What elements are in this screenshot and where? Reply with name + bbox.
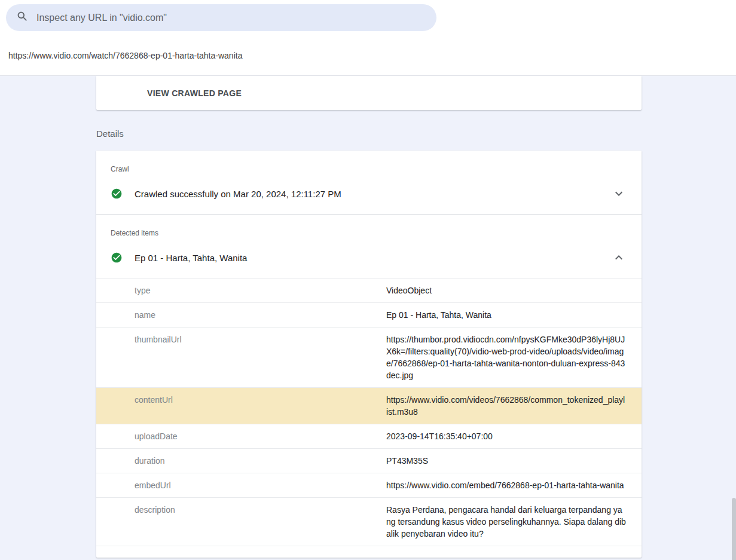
detected-item-row[interactable]: Ep 01 - Harta, Tahta, Wanita <box>111 250 627 278</box>
property-key: name <box>135 309 386 321</box>
property-value: https://www.vidio.com/videos/7662868/com… <box>386 394 626 418</box>
inspected-url: https://www.vidio.com/watch/7662868-ep-0… <box>8 51 242 60</box>
property-row[interactable]: type VideoObject <box>96 278 642 302</box>
top-bar: https://www.vidio.com/watch/7662868-ep-0… <box>0 0 736 76</box>
search-icon <box>16 10 29 25</box>
success-check-icon <box>111 188 123 200</box>
property-key: contentUrl <box>135 394 386 418</box>
view-crawled-page-button[interactable]: VIEW CRAWLED PAGE <box>140 82 249 104</box>
url-inspect-input[interactable] <box>36 13 427 23</box>
property-row[interactable]: duration PT43M35S <box>96 448 642 473</box>
crawl-section: Crawl Crawled successfully on Mar 20, 20… <box>96 151 642 214</box>
property-value: 2023-09-14T16:35:40+07:00 <box>386 430 626 442</box>
property-key: thumbnailUrl <box>135 333 386 381</box>
success-check-icon <box>111 252 123 264</box>
property-value: https://thumbor.prod.vidiocdn.com/nfpysK… <box>386 333 626 381</box>
properties-table: type VideoObject name Ep 01 - Harta, Tah… <box>96 278 642 546</box>
property-key: description <box>135 504 386 540</box>
property-key: duration <box>135 455 386 467</box>
property-row[interactable]: uploadDate 2023-09-14T16:35:40+07:00 <box>96 424 642 448</box>
detected-items-label: Detected items <box>111 229 627 237</box>
property-value: Ep 01 - Harta, Tahta, Wanita <box>386 309 626 321</box>
chevron-down-icon[interactable] <box>612 186 626 201</box>
crawled-page-card: VIEW CRAWLED PAGE <box>96 76 642 110</box>
property-value: Rasya Perdana, pengacara handal dari kel… <box>386 504 626 540</box>
crawl-status-row[interactable]: Crawled successfully on Mar 20, 2024, 12… <box>111 186 627 214</box>
crawl-section-label: Crawl <box>111 165 627 173</box>
details-section-label: Details <box>96 128 642 139</box>
property-value: VideoObject <box>386 284 626 296</box>
details-card: Crawl Crawled successfully on Mar 20, 20… <box>96 151 642 558</box>
property-value: PT43M35S <box>386 455 626 467</box>
chevron-up-icon[interactable] <box>612 250 626 265</box>
crawl-status-text: Crawled successfully on Mar 20, 2024, 12… <box>135 189 341 199</box>
detected-items-section: Detected items Ep 01 - Harta, Tahta, Wan… <box>96 215 642 278</box>
url-inspect-search-bar[interactable] <box>6 4 436 31</box>
scrollbar[interactable] <box>732 498 736 560</box>
property-row[interactable]: thumbnailUrl https://thumbor.prod.vidioc… <box>96 327 642 387</box>
main-content: VIEW CRAWLED PAGE Details Crawl Crawled … <box>96 76 642 558</box>
property-key: embedUrl <box>135 479 386 491</box>
property-row[interactable]: embedUrl https://www.vidio.com/embed/766… <box>96 473 642 497</box>
property-value: https://www.vidio.com/embed/7662868-ep-0… <box>386 479 626 491</box>
table-end-divider <box>96 546 642 558</box>
property-key: type <box>135 284 386 296</box>
detected-item-title: Ep 01 - Harta, Tahta, Wanita <box>135 253 247 263</box>
property-key: uploadDate <box>135 430 386 442</box>
property-row[interactable]: name Ep 01 - Harta, Tahta, Wanita <box>96 302 642 327</box>
property-row[interactable]: description Rasya Perdana, pengacara han… <box>96 497 642 546</box>
property-row[interactable]: contentUrl https://www.vidio.com/videos/… <box>96 387 642 424</box>
